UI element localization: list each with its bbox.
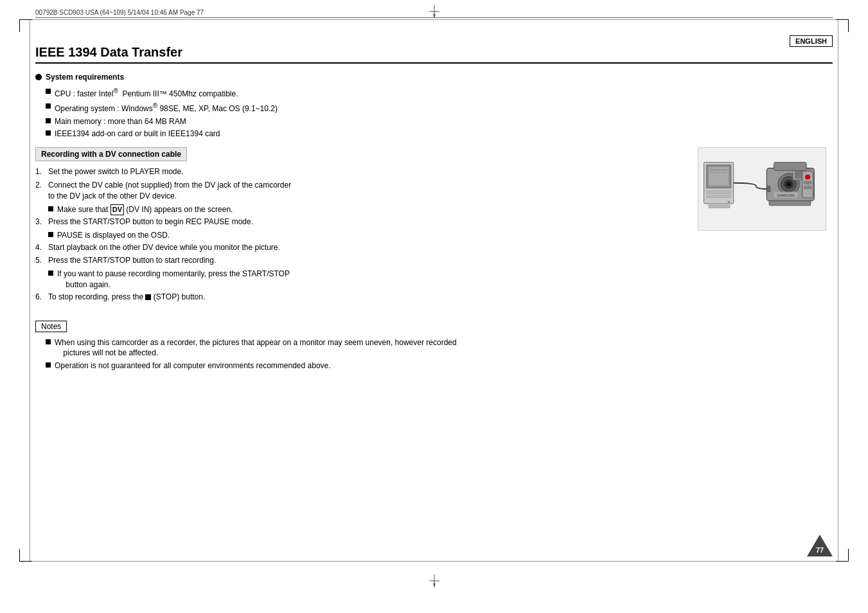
right-column: SAMSUNG [698, 147, 833, 305]
nested-list: Make sure that DV (DV IN) appears on the… [48, 204, 685, 215]
svg-marker-30 [433, 583, 436, 587]
recording-header: Recording with a DV connection cable [35, 147, 187, 161]
step-number: 1. [35, 166, 46, 177]
list-item: 2. Connect the DV cable (not supplied) f… [35, 180, 685, 202]
page-number-triangle: 77 [807, 535, 833, 556]
nested-text: Make sure that DV (DV IN) appears on the… [57, 204, 233, 215]
corner-tr [836, 19, 849, 32]
step-number: 2. [35, 180, 46, 191]
list-item: When using this camcorder as a recorder,… [46, 337, 833, 359]
svg-marker-2 [433, 14, 436, 18]
dv-label: DV [111, 204, 124, 215]
step-text: Set the power switch to PLAYER mode. [48, 166, 184, 177]
step-text: To stop recording, press the (STOP) butt… [48, 292, 205, 303]
list-item: 3. Press the START/STOP button to begin … [35, 217, 685, 227]
step-number: 6. [35, 292, 46, 303]
svg-rect-11 [709, 205, 730, 208]
stop-icon [145, 294, 151, 300]
square-bullet-icon [46, 118, 51, 123]
system-requirements-header: System requirements [35, 73, 833, 82]
list-item-text: IEEE1394 add-on card or built in IEEE139… [55, 129, 220, 139]
notes-section: Notes When using this camcorder as a rec… [35, 321, 833, 371]
list-item: Make sure that DV (DV IN) appears on the… [48, 204, 685, 215]
list-item: 6. To stop recording, press the (STOP) b… [35, 292, 685, 303]
list-item: Main memory : more than 64 MB RAM [46, 116, 833, 127]
camcorder-image: SAMSUNG [698, 147, 826, 231]
list-item: PAUSE is displayed on the OSD. [48, 230, 685, 241]
list-item: IEEE1394 add-on card or built in IEEE139… [46, 129, 833, 139]
page-number: 77 [816, 546, 824, 554]
border-top [19, 19, 849, 20]
notes-list: When using this camcorder as a recorder,… [46, 337, 833, 371]
svg-rect-25 [769, 201, 811, 206]
corner-br [836, 549, 849, 562]
recording-section: Recording with a DV connection cable 1. … [35, 147, 833, 305]
square-bullet-icon [46, 339, 51, 344]
crosshair-top [429, 5, 439, 18]
nested-list: PAUSE is displayed on the OSD. [48, 230, 685, 241]
page-container: 00792B SCD903 USA (64~109) 5/14/04 10:46… [0, 0, 868, 613]
nested-text: If you want to pause recording momentari… [57, 269, 290, 290]
list-item: 4. Start playback on the other DV device… [35, 242, 685, 253]
list-item-text: Operating system : Windows® 98SE, ME, XP… [55, 102, 278, 114]
svg-rect-23 [804, 186, 811, 190]
square-bullet-icon [46, 103, 51, 109]
page-number-container: 77 [807, 535, 833, 556]
square-bullet-icon [48, 232, 53, 237]
list-item-text: CPU : faster Intel® Pentium III™ 450Mhz … [55, 87, 238, 100]
border-right [838, 19, 838, 562]
svg-rect-24 [766, 186, 770, 192]
svg-rect-19 [774, 163, 806, 171]
step-text: Start playback on the other DV device wh… [48, 242, 280, 253]
list-item: If you want to pause recording momentari… [48, 269, 685, 290]
step-text: Press the START/STOP button to begin REC… [48, 217, 253, 227]
list-item: 5. Press the START/STOP button to start … [35, 255, 685, 266]
svg-point-16 [786, 182, 791, 186]
left-column: Recording with a DV connection cable 1. … [35, 147, 685, 305]
list-item-text: Main memory : more than 64 MB RAM [55, 116, 186, 127]
step-number: 3. [35, 217, 46, 227]
notes-box: Notes [35, 321, 67, 332]
step-text: Connect the DV cable (not supplied) from… [48, 180, 291, 202]
square-bullet-icon [46, 362, 51, 368]
main-content: IEEE 1394 Data Transfer System requireme… [35, 45, 833, 562]
square-bullet-icon [46, 130, 51, 136]
list-item: 1. Set the power switch to PLAYER mode. [35, 166, 685, 177]
list-item: Operating system : Windows® 98SE, ME, XP… [46, 102, 833, 114]
system-requirements-list: CPU : faster Intel® Pentium III™ 450Mhz … [46, 87, 833, 139]
nested-list: If you want to pause recording momentari… [48, 269, 685, 290]
svg-point-21 [805, 175, 810, 179]
note-text: When using this camcorder as a recorder,… [55, 337, 457, 359]
step-number: 5. [35, 255, 46, 266]
step-text: Press the START/STOP button to start rec… [48, 255, 216, 266]
list-item: Operation is not guaranteed for all comp… [46, 360, 833, 371]
square-bullet-icon [48, 206, 53, 211]
nested-text: PAUSE is displayed on the OSD. [57, 230, 170, 241]
svg-rect-22 [804, 181, 811, 184]
square-bullet-icon [46, 89, 51, 94]
steps-list: 1. Set the power switch to PLAYER mode. … [35, 166, 685, 302]
corner-tl [19, 19, 32, 32]
step-number: 4. [35, 242, 46, 253]
svg-rect-8 [706, 191, 731, 194]
list-item: CPU : faster Intel® Pentium III™ 450Mhz … [46, 87, 833, 100]
svg-text:SAMSUNG: SAMSUNG [777, 193, 795, 197]
system-requirements-label: System requirements [46, 73, 124, 82]
corner-bl [19, 549, 32, 562]
note-text: Operation is not guaranteed for all comp… [55, 360, 331, 371]
crosshair-bottom [429, 574, 439, 587]
svg-point-10 [727, 201, 730, 204]
page-title: IEEE 1394 Data Transfer [35, 45, 833, 64]
bullet-circle-icon [35, 74, 42, 80]
svg-rect-9 [706, 195, 731, 198]
square-bullet-icon [48, 271, 53, 276]
border-left [30, 19, 30, 562]
